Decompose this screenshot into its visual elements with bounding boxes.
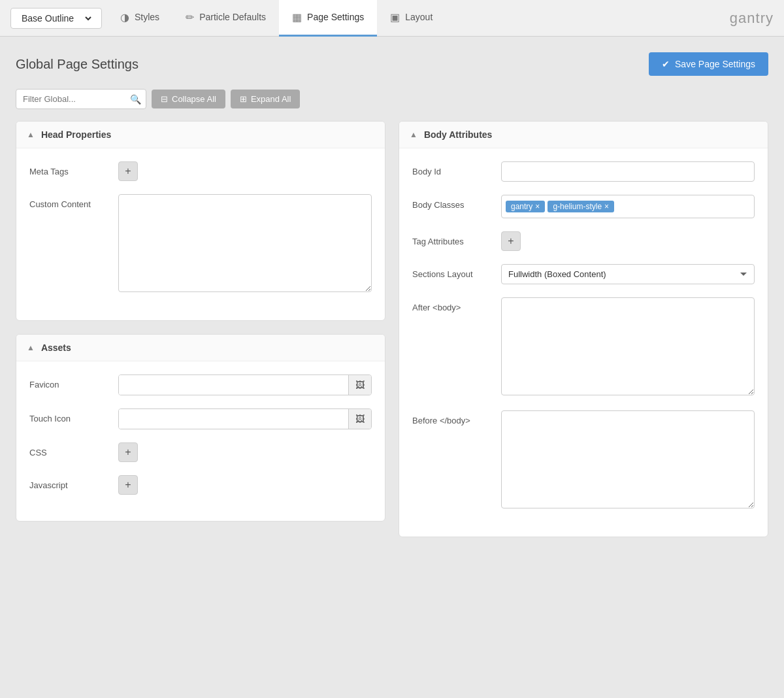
- right-column: ▲ Body Attributes Body Id Body Classes: [399, 121, 768, 537]
- body-attributes-body: Body Id Body Classes gantry ×: [399, 148, 768, 537]
- layout-icon: ▣: [390, 11, 400, 24]
- tag-g-helium-style: g-helium-style ×: [547, 201, 614, 212]
- css-add-button[interactable]: +: [118, 442, 138, 462]
- custom-content-textarea[interactable]: [118, 194, 372, 292]
- nav-item-layout-label: Layout: [405, 12, 433, 22]
- css-row: CSS +: [29, 442, 372, 462]
- body-attributes-panel: ▲ Body Attributes Body Id Body Classes: [399, 121, 768, 537]
- after-body-row: After <body>: [412, 297, 755, 397]
- meta-tags-control: +: [118, 161, 372, 181]
- tag-gantry: gantry ×: [506, 201, 545, 212]
- page-header: Global Page Settings ✔ Save Page Setting…: [16, 52, 768, 76]
- sections-layout-control: Fullwidth (Boxed Content) Fullwidth Boxe…: [501, 264, 755, 284]
- styles-icon: ◑: [120, 11, 129, 24]
- body-attributes-header: ▲ Body Attributes: [399, 122, 768, 148]
- nav-item-particle-defaults[interactable]: ✏ Particle Defaults: [172, 0, 279, 37]
- after-body-control: [501, 297, 755, 397]
- touch-icon-file-button[interactable]: 🖼: [348, 409, 371, 429]
- body-classes-row: Body Classes gantry × g-helium-style ×: [412, 195, 755, 218]
- favicon-label: Favicon: [29, 374, 108, 390]
- body-id-label: Body Id: [412, 161, 491, 176]
- nav-item-page-settings[interactable]: ▦ Page Settings: [279, 0, 377, 37]
- two-column-layout: ▲ Head Properties Meta Tags + Custom Con…: [16, 121, 768, 537]
- tag-attributes-label: Tag Attributes: [412, 231, 491, 246]
- tag-gantry-remove[interactable]: ×: [535, 203, 540, 210]
- tag-attributes-row: Tag Attributes +: [412, 231, 755, 251]
- head-properties-header: ▲ Head Properties: [16, 122, 385, 148]
- nav-item-styles-label: Styles: [135, 12, 159, 22]
- body-classes-control: gantry × g-helium-style ×: [501, 195, 755, 218]
- sections-layout-select[interactable]: Fullwidth (Boxed Content) Fullwidth Boxe…: [501, 264, 755, 284]
- filter-bar: 🔍 ⊟ Collapse All ⊞ Expand All: [16, 89, 768, 109]
- body-classes-tags: gantry × g-helium-style ×: [501, 195, 755, 218]
- assets-header: ▲ Assets: [16, 335, 385, 361]
- expand-all-label: Expand All: [251, 94, 291, 104]
- logo: gantry: [730, 10, 774, 27]
- body-attributes-collapse-icon[interactable]: ▲: [410, 130, 417, 139]
- touch-icon-control: 🖼: [118, 408, 372, 429]
- top-nav: Base Outline ◑ Styles ✏ Particle Default…: [0, 0, 784, 37]
- custom-content-label: Custom Content: [29, 194, 108, 209]
- search-icon: 🔍: [130, 94, 141, 105]
- favicon-control: 🖼: [118, 374, 372, 395]
- tag-attributes-add-button[interactable]: +: [501, 231, 521, 251]
- sections-layout-row: Sections Layout Fullwidth (Boxed Content…: [412, 264, 755, 284]
- touch-icon-row: Touch Icon 🖼: [29, 408, 372, 429]
- collapse-all-button[interactable]: ⊟ Collapse All: [152, 90, 225, 108]
- assets-body: Favicon 🖼 Touch Icon: [16, 361, 385, 521]
- javascript-label: Javascript: [29, 475, 108, 490]
- filter-input[interactable]: [16, 89, 146, 109]
- favicon-row: Favicon 🖼: [29, 374, 372, 395]
- custom-content-control: [118, 194, 372, 294]
- head-properties-title: Head Properties: [41, 129, 111, 140]
- expand-icon: ⊞: [240, 94, 247, 104]
- before-body-close-row: Before </body>: [412, 410, 755, 510]
- nav-item-page-settings-label: Page Settings: [307, 12, 364, 22]
- assets-title: Assets: [41, 342, 71, 353]
- favicon-file-button[interactable]: 🖼: [348, 375, 371, 395]
- javascript-add-button[interactable]: +: [118, 475, 138, 495]
- meta-tags-row: Meta Tags +: [29, 161, 372, 181]
- main-content: Global Page Settings ✔ Save Page Setting…: [0, 37, 784, 553]
- outline-select[interactable]: Base Outline: [19, 12, 93, 24]
- left-column: ▲ Head Properties Meta Tags + Custom Con…: [16, 121, 385, 522]
- assets-panel: ▲ Assets Favicon 🖼: [16, 334, 385, 522]
- page-settings-icon: ▦: [292, 11, 302, 24]
- save-button-label: Save Page Settings: [675, 59, 755, 69]
- meta-tags-add-button[interactable]: +: [118, 161, 138, 181]
- body-id-input[interactable]: [501, 161, 755, 182]
- favicon-input[interactable]: [119, 375, 348, 395]
- outline-dropdown[interactable]: Base Outline: [10, 8, 102, 29]
- expand-all-button[interactable]: ⊞ Expand All: [231, 90, 300, 108]
- tag-g-helium-style-label: g-helium-style: [553, 202, 602, 211]
- tag-g-helium-style-remove[interactable]: ×: [604, 203, 609, 210]
- nav-item-particle-defaults-label: Particle Defaults: [199, 12, 266, 22]
- after-body-label: After <body>: [412, 297, 491, 312]
- page-title: Global Page Settings: [16, 57, 139, 72]
- css-control: +: [118, 442, 372, 462]
- css-label: CSS: [29, 442, 108, 457]
- custom-content-row: Custom Content: [29, 194, 372, 294]
- filter-input-wrap: 🔍: [16, 89, 146, 109]
- particle-defaults-icon: ✏: [186, 11, 194, 24]
- head-properties-body: Meta Tags + Custom Content: [16, 148, 385, 320]
- touch-icon-input[interactable]: [119, 409, 348, 429]
- save-page-settings-button[interactable]: ✔ Save Page Settings: [649, 52, 768, 76]
- touch-icon-label: Touch Icon: [29, 408, 108, 424]
- nav-items: ◑ Styles ✏ Particle Defaults ▦ Page Sett…: [107, 0, 446, 37]
- before-body-close-textarea[interactable]: [501, 410, 755, 508]
- assets-collapse-icon[interactable]: ▲: [27, 343, 35, 352]
- javascript-control: +: [118, 475, 372, 495]
- collapse-icon: ⊟: [161, 94, 168, 104]
- head-properties-panel: ▲ Head Properties Meta Tags + Custom Con…: [16, 121, 385, 321]
- after-body-textarea[interactable]: [501, 297, 755, 395]
- favicon-input-group: 🖼: [118, 374, 372, 395]
- body-id-control: [501, 161, 755, 182]
- nav-item-styles[interactable]: ◑ Styles: [107, 0, 172, 37]
- touch-icon-input-group: 🖼: [118, 408, 372, 429]
- nav-item-layout[interactable]: ▣ Layout: [377, 0, 446, 37]
- meta-tags-label: Meta Tags: [29, 161, 108, 176]
- sections-layout-label: Sections Layout: [412, 264, 491, 279]
- javascript-row: Javascript +: [29, 475, 372, 495]
- head-properties-collapse-icon[interactable]: ▲: [27, 130, 35, 139]
